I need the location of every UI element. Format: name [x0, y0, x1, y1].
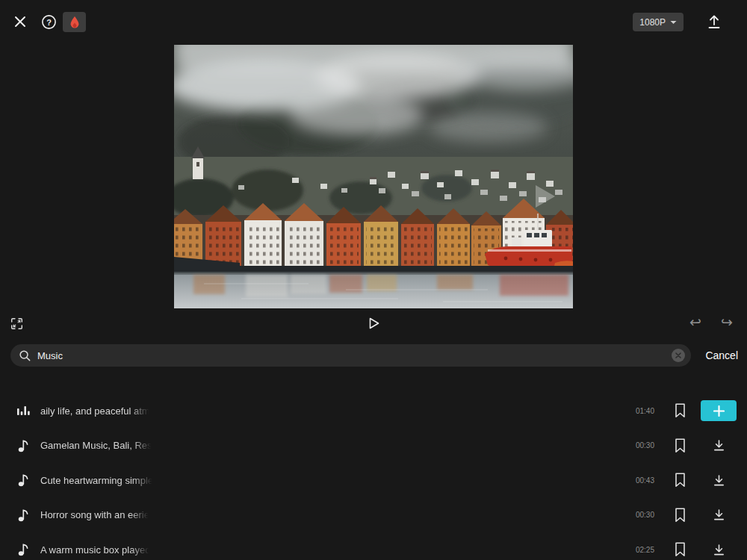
help-icon: ?: [41, 14, 57, 30]
music-list-item[interactable]: A warm music box played 02:25: [0, 532, 747, 560]
fullscreen-icon: [10, 317, 23, 330]
ghost-play-icon: [534, 184, 557, 209]
play-icon: [366, 316, 381, 331]
bookmark-icon: [673, 507, 687, 523]
add-button[interactable]: [701, 400, 737, 421]
undo-icon: ↩: [689, 314, 701, 332]
bookmark-button[interactable]: [671, 506, 689, 524]
download-button[interactable]: [710, 471, 728, 489]
music-list-item[interactable]: Gamelan Music, Bali, Res 00:30: [0, 429, 747, 464]
equalizer-icon: [15, 402, 31, 419]
plus-icon: [713, 405, 725, 417]
search-icon: [19, 349, 31, 362]
music-note-icon: [15, 438, 31, 454]
track-duration: 00:43: [632, 476, 654, 485]
x-circle-icon: [675, 352, 681, 358]
music-list-item[interactable]: Horror song with an eerie 00:30: [0, 498, 747, 533]
bookmark-icon: [673, 438, 687, 454]
trending-button[interactable]: [63, 12, 86, 32]
resolution-label: 1080P: [639, 17, 666, 28]
download-icon: [711, 473, 727, 488]
bookmark-button[interactable]: [671, 541, 689, 559]
top-bar: ? 1080P: [0, 0, 747, 43]
redo-button[interactable]: ↪: [719, 314, 735, 332]
flame-icon: [69, 16, 81, 29]
music-note-icon: [15, 507, 31, 523]
search-input[interactable]: [37, 350, 672, 361]
fullscreen-button[interactable]: [10, 317, 23, 330]
track-title: Horror song with an eerie: [40, 509, 149, 520]
video-frame-image: [174, 45, 573, 308]
track-title: aily life, and peaceful atm: [40, 405, 150, 417]
undo-button[interactable]: ↩: [687, 314, 704, 332]
download-button[interactable]: [710, 506, 728, 524]
upload-icon: [705, 13, 723, 31]
music-list-item[interactable]: aily life, and peaceful atm 01:40: [0, 393, 747, 429]
video-preview[interactable]: [174, 45, 573, 308]
download-button[interactable]: [710, 437, 728, 455]
bookmark-button[interactable]: [671, 471, 689, 489]
close-button[interactable]: [12, 13, 28, 30]
download-icon: [711, 542, 727, 558]
music-note-icon: [15, 541, 31, 558]
resolution-dropdown[interactable]: 1080P: [633, 13, 684, 31]
track-duration: 01:40: [632, 407, 654, 415]
download-icon: [711, 438, 727, 453]
bookmark-icon: [673, 472, 687, 488]
close-icon: [13, 14, 28, 29]
clear-search-button[interactable]: [672, 349, 685, 362]
bookmark-icon: [673, 402, 687, 419]
play-button[interactable]: [365, 315, 382, 332]
music-list-item[interactable]: Cute heartwarming simple 00:43: [0, 463, 747, 498]
bookmark-button[interactable]: [671, 402, 689, 420]
download-button[interactable]: [710, 541, 728, 559]
track-title: Cute heartwarming simple: [40, 475, 153, 486]
cancel-button[interactable]: Cancel: [705, 344, 738, 367]
track-title: A warm music box played: [40, 544, 150, 556]
music-note-icon: [15, 472, 31, 488]
caret-down-icon: [670, 20, 677, 25]
svg-text:?: ?: [46, 17, 52, 26]
bookmark-button[interactable]: [671, 437, 689, 455]
track-duration: 00:30: [632, 441, 654, 449]
download-icon: [711, 507, 727, 523]
track-duration: 00:30: [632, 511, 654, 519]
redo-icon: ↪: [721, 314, 733, 332]
bookmark-icon: [673, 541, 687, 558]
export-button[interactable]: [704, 12, 724, 31]
music-list: aily life, and peaceful atm 01:40: [0, 393, 747, 560]
track-title: Gamelan Music, Bali, Res: [40, 440, 152, 451]
track-duration: 02:25: [632, 546, 654, 554]
search-bar[interactable]: [10, 344, 691, 367]
help-button[interactable]: ?: [40, 13, 57, 30]
